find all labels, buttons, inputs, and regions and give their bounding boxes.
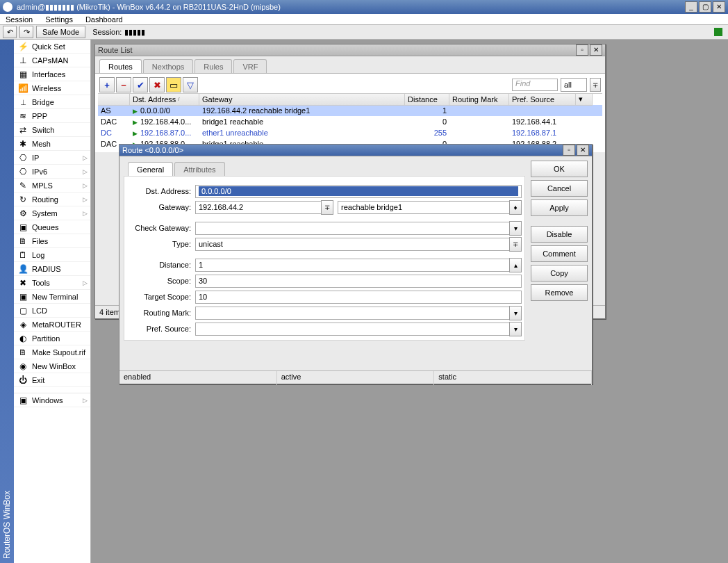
find-input[interactable]: Find	[512, 79, 558, 91]
add-button[interactable]: +	[99, 77, 115, 92]
sidebar-icon: ⏻	[18, 375, 28, 385]
tab-nexthops[interactable]: Nexthops	[143, 59, 193, 73]
gateway-add-button[interactable]: ♦	[509, 200, 522, 215]
sidebar-item[interactable]: ✱Mesh	[14, 137, 90, 151]
sidebar-item-label: IPv6	[32, 168, 47, 176]
sidebar-item-label: CAPsMAN	[32, 56, 69, 65]
sidebar-item[interactable]: ⚡Quick Set	[14, 40, 90, 54]
sidebar-item[interactable]: ≋PPP	[14, 109, 90, 123]
disable-button[interactable]: ✖	[149, 77, 165, 92]
sidebar-item[interactable]: ◐Partition	[14, 332, 90, 345]
undo-button[interactable]: ↶	[3, 26, 17, 38]
col-routing-mark[interactable]: Routing Mark	[449, 94, 509, 106]
check-gateway-input[interactable]	[195, 222, 510, 235]
label-distance: Distance:	[127, 261, 195, 269]
cell-pref-source: 192.168.44.1	[509, 117, 576, 126]
routedet-restore-button[interactable]: ▫	[563, 145, 575, 156]
sidebar-item[interactable]: 👤RADIUS	[14, 262, 90, 276]
remove-button[interactable]: −	[116, 77, 131, 92]
sidebar-item[interactable]: ⊥CAPsMAN	[14, 54, 90, 67]
pref-source-dropdown-button[interactable]: ▾	[509, 322, 522, 336]
minimize-button[interactable]: _	[685, 1, 697, 13]
sidebar-item[interactable]: ⏻Exit	[14, 373, 90, 387]
ok-button[interactable]: OK	[531, 161, 588, 177]
sidebar-item[interactable]: ▣New Terminal	[14, 290, 90, 304]
sidebar-item[interactable]: ⟂Bridge	[14, 95, 90, 109]
sidebar-item[interactable]: ⚙System▷	[14, 206, 90, 220]
sidebar-item[interactable]: ↻Routing▷	[14, 193, 90, 206]
tab-attributes[interactable]: Attributes	[174, 162, 224, 176]
table-row[interactable]: DAC▶192.168.44.0...bridge1 reachable0192…	[98, 116, 602, 127]
tab-general[interactable]: General	[128, 162, 173, 176]
menu-dashboard[interactable]: Dashboard	[85, 15, 123, 24]
sidebar-item[interactable]: ⇄Switch	[14, 123, 90, 137]
menu-session[interactable]: Session	[6, 15, 33, 24]
tab-vrf[interactable]: VRF	[233, 59, 267, 73]
type-dropdown-button[interactable]: ∓	[509, 237, 522, 252]
table-row[interactable]: DC▶192.168.87.0...ether1 unreachable2551…	[98, 127, 602, 138]
filter-scope-select[interactable]: all	[561, 78, 587, 92]
sidebar-item[interactable]: ▦Interfaces	[14, 67, 90, 81]
col-more[interactable]: ▾	[576, 94, 593, 106]
tab-routes[interactable]: Routes	[99, 59, 142, 73]
gateway-dropdown-button[interactable]: ∓	[321, 200, 333, 215]
sidebar-item[interactable]: ⎔IP▷	[14, 151, 90, 165]
form-disable-button[interactable]: Disable	[531, 226, 588, 243]
sidebar-item-windows[interactable]: ▣ Windows ▷	[14, 393, 90, 407]
filter-button[interactable]: ▽	[183, 77, 198, 92]
sidebar-item[interactable]: 📶Wireless	[14, 81, 90, 95]
close-button[interactable]: ✕	[713, 1, 725, 13]
form-remove-button[interactable]: Remove	[531, 284, 588, 301]
col-gateway[interactable]: Gateway	[199, 94, 405, 106]
pref-source-input[interactable]	[195, 323, 510, 336]
gateway-input[interactable]: 192.168.44.2	[195, 201, 322, 214]
col-distance[interactable]: Distance	[405, 94, 449, 106]
menu-settings[interactable]: Settings	[45, 15, 73, 24]
sidebar-item[interactable]: 🗒Log	[14, 248, 90, 262]
col-flags[interactable]	[98, 94, 130, 106]
route-detail-titlebar[interactable]: Route <0.0.0.0/0> ▫ ✕	[119, 145, 592, 156]
redo-button[interactable]: ↷	[19, 26, 33, 38]
route-list-titlebar[interactable]: Route List ▫ ✕	[95, 44, 605, 56]
routelist-restore-button[interactable]: ▫	[576, 44, 588, 56]
dst-address-input[interactable]: 0.0.0.0/0	[195, 185, 522, 198]
sidebar-item[interactable]: ▣Queues	[14, 220, 90, 234]
apply-button[interactable]: Apply	[531, 199, 588, 216]
copy-button[interactable]: Copy	[531, 265, 588, 282]
target-scope-input[interactable]: 10	[195, 291, 522, 304]
filter-dropdown-button[interactable]: ∓	[590, 78, 601, 92]
sidebar-item[interactable]: ▢LCD	[14, 304, 90, 318]
sidebar-item[interactable]: ◈MetaROUTER	[14, 318, 90, 332]
sidebar-item[interactable]: ◉New WinBox	[14, 359, 90, 373]
safe-mode-button[interactable]: Safe Mode	[36, 26, 85, 38]
sidebar-item-label: New WinBox	[32, 362, 76, 370]
routelist-close-button[interactable]: ✕	[590, 44, 602, 56]
col-dst[interactable]: Dst. Address/	[130, 94, 199, 106]
distance-up-button[interactable]: ▴	[509, 258, 522, 272]
scope-input[interactable]: 30	[195, 275, 522, 288]
form-comment-button[interactable]: Comment	[531, 245, 588, 262]
routing-mark-input[interactable]	[195, 307, 510, 320]
check-gateway-dropdown-button[interactable]: ▾	[509, 221, 522, 236]
sidebar-item[interactable]: ⎔IPv6▷	[14, 165, 90, 179]
distance-input[interactable]: 1	[195, 259, 510, 272]
cancel-button[interactable]: Cancel	[531, 180, 588, 197]
enable-button[interactable]: ✔	[133, 77, 148, 92]
col-pref-source[interactable]: Pref. Source	[509, 94, 576, 106]
sidebar-icon: ◉	[18, 361, 28, 371]
sidebar-item[interactable]: ✎MPLS▷	[14, 179, 90, 193]
sidebar-icon: ▦	[18, 70, 28, 79]
maximize-button[interactable]: ▢	[699, 1, 711, 13]
tab-rules[interactable]: Rules	[195, 59, 232, 73]
routing-mark-dropdown-button[interactable]: ▾	[509, 306, 522, 320]
sidebar-item[interactable]: ✖Tools▷	[14, 276, 90, 290]
routedet-close-button[interactable]: ✕	[577, 145, 589, 156]
comment-button[interactable]: ▭	[166, 77, 181, 92]
cell-dst: ▶0.0.0.0/0	[130, 106, 199, 115]
type-input[interactable]: unicast	[195, 238, 510, 251]
table-row[interactable]: AS▶0.0.0.0/0192.168.44.2 reachable bridg…	[98, 105, 602, 116]
cell-flags: AS	[98, 106, 130, 115]
sidebar-item[interactable]: 🗎Files	[14, 234, 90, 248]
sidebar-item[interactable]: 🗎Make Supout.rif	[14, 345, 90, 359]
sidebar-item-label: Partition	[32, 334, 60, 343]
